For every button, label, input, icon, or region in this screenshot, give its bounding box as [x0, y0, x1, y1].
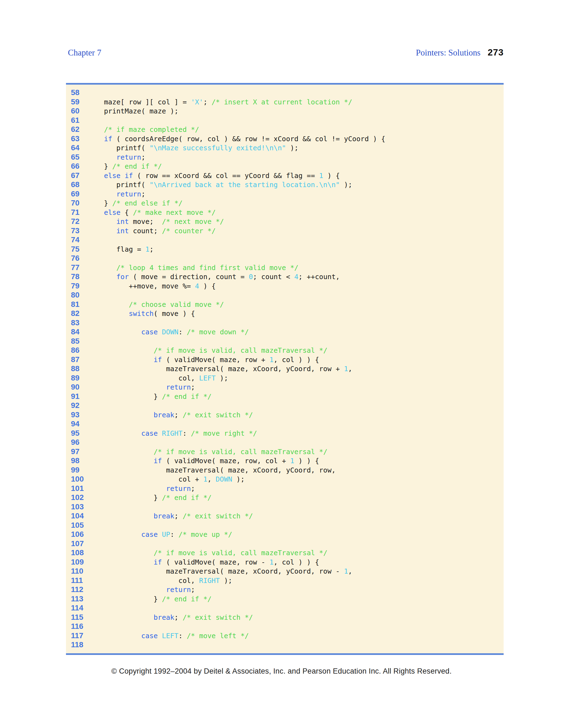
code-token: :	[170, 530, 178, 538]
keyword-token: for	[116, 273, 129, 281]
code-line: 114	[66, 603, 504, 613]
code-token: ;	[141, 153, 145, 161]
code-token: col,	[91, 374, 199, 382]
line-number: 104	[66, 511, 91, 521]
comment-token: /* make next move */	[133, 209, 216, 216]
code-token: :	[178, 632, 187, 640]
code-token: printMaze( maze );	[91, 107, 178, 115]
page-number: 273	[488, 47, 504, 58]
comment-token: /* counter */	[162, 227, 216, 235]
code-line: 76	[66, 254, 504, 263]
literal-token: DOWN	[216, 475, 232, 483]
literal-token: 1	[344, 567, 348, 575]
comment-token: /* end if */	[112, 162, 162, 170]
code-text: } /* end else if */	[91, 199, 182, 208]
line-number: 69	[66, 189, 91, 199]
line-number: 81	[66, 300, 91, 309]
line-number: 109	[66, 557, 91, 567]
code-token	[91, 485, 166, 493]
literal-token: 1	[269, 558, 273, 566]
line-number: 116	[66, 622, 91, 631]
keyword-token: return	[116, 190, 141, 198]
comment-token: /* if maze completed */	[104, 126, 199, 134]
line-number: 98	[66, 456, 91, 465]
code-text: return;	[91, 585, 195, 594]
line-number: 89	[66, 373, 91, 383]
comment-token: /* move down */	[187, 328, 249, 336]
comment-token: /* move up */	[178, 530, 232, 538]
comment-token: /* exit switch */	[182, 613, 253, 621]
code-line: 95 case RIGHT: /* move right */	[66, 429, 504, 438]
line-number: 105	[66, 521, 91, 530]
code-text: printf( "\nMaze successfully exited!\n\n…	[91, 143, 299, 153]
line-number: 108	[66, 548, 91, 557]
comment-token: /* end if */	[162, 494, 212, 502]
code-text: /* loop 4 times and find first valid mov…	[91, 263, 299, 273]
code-token	[91, 429, 141, 437]
code-token: ;	[141, 190, 145, 198]
line-number: 82	[66, 309, 91, 318]
code-token	[91, 218, 116, 226]
keyword-token: int	[116, 218, 129, 226]
code-text: /* choose valid move */	[91, 300, 224, 309]
code-line: 71 else { /* make next move */	[66, 208, 504, 217]
code-token	[91, 273, 116, 281]
keyword-token: else	[104, 209, 120, 216]
code-token	[91, 411, 154, 419]
code-text: col + 1, DOWN );	[91, 475, 245, 484]
keyword-token: else	[104, 172, 120, 180]
line-number: 118	[66, 640, 91, 649]
code-token: }	[91, 162, 112, 170]
comment-token: /* if move is valid, call mazeTraversal …	[154, 448, 328, 456]
literal-token: 1	[269, 356, 273, 364]
comment-token: /* end if */	[162, 393, 212, 401]
comment-token: /* end else if */	[112, 199, 182, 207]
code-line: 105	[66, 521, 504, 530]
code-token: {	[120, 209, 133, 216]
keyword-token: case	[141, 328, 158, 336]
literal-token: "\nArrived back at the starting location…	[149, 181, 340, 189]
code-text: } /* end if */	[91, 493, 212, 502]
literal-token: 4	[295, 273, 299, 281]
keyword-token: switch	[129, 310, 153, 318]
line-number: 67	[66, 171, 91, 180]
line-number: 103	[66, 502, 91, 512]
code-token: ; count <	[253, 273, 295, 281]
code-token: );	[220, 577, 232, 585]
code-token: printf(	[91, 181, 149, 189]
code-token: );	[286, 144, 298, 152]
code-token: ( row == xCoord && col == yCoord && flag…	[133, 172, 319, 180]
code-line: 84 case DOWN: /* move down */	[66, 327, 504, 337]
literal-token: 1	[203, 475, 207, 483]
code-text: col, LEFT );	[91, 374, 228, 383]
code-line: 110 mazeTraversal( maze, xCoord, yCoord,…	[66, 566, 504, 576]
code-line: 108 /* if move is valid, call mazeTraver…	[66, 548, 504, 557]
code-token	[91, 383, 166, 391]
line-number: 62	[66, 125, 91, 134]
comment-token: /* if move is valid, call mazeTraversal …	[154, 346, 328, 354]
code-line: 89 col, LEFT );	[66, 373, 504, 383]
code-text: else if ( row == xCoord && col == yCoord…	[91, 171, 340, 180]
literal-token: 1	[290, 457, 294, 465]
code-line: 100 col + 1, DOWN );	[66, 474, 504, 484]
literal-token: RIGHT	[162, 429, 182, 437]
line-number: 59	[66, 97, 91, 107]
keyword-token: if	[124, 172, 133, 180]
copyright-notice: © Copyright 1992–2004 by Deitel & Associ…	[0, 667, 563, 676]
code-token: flag =	[91, 245, 145, 253]
code-text: case DOWN: /* move down */	[91, 327, 249, 337]
code-token: ( validMove( maze, row +	[162, 356, 269, 364]
code-line: 69 return;	[66, 189, 504, 199]
code-text: /* if move is valid, call mazeTraversal …	[91, 346, 328, 355]
code-line: 97 /* if move is valid, call mazeTravers…	[66, 447, 504, 456]
code-line: 113 } /* end if */	[66, 594, 504, 604]
code-token	[91, 227, 116, 235]
line-number: 91	[66, 392, 91, 401]
code-line: 62 /* if maze completed */	[66, 125, 504, 134]
line-number: 68	[66, 180, 91, 189]
code-token: maze[ row ][ col ] =	[91, 98, 191, 106]
literal-token: 1	[344, 365, 348, 373]
line-number: 92	[66, 401, 91, 410]
code-line: 58	[66, 88, 504, 97]
code-line: 96	[66, 438, 504, 447]
